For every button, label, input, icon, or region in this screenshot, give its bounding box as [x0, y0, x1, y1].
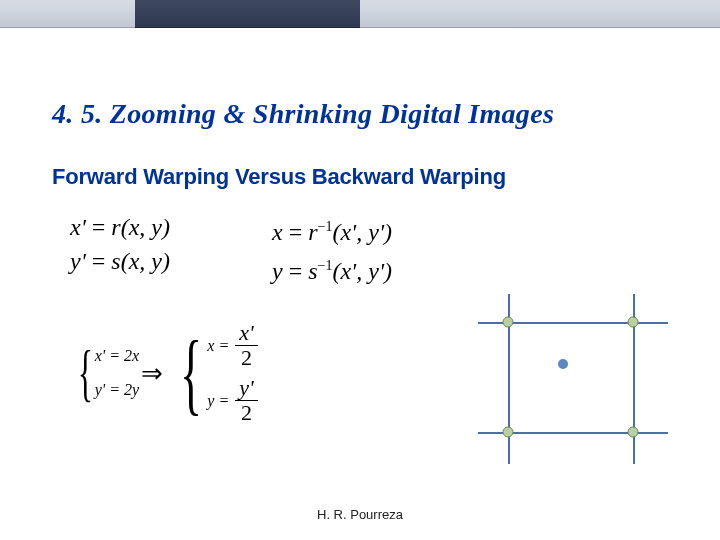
frac2-num: y': [239, 375, 253, 400]
slide-subtitle: Forward Warping Versus Backward Warping: [52, 164, 668, 190]
backward-warping-equations: x = r−1(x', y') y = s−1(x', y'): [272, 210, 542, 288]
slide-accent-strip: [135, 0, 360, 28]
frac2-den: 2: [237, 402, 256, 424]
example-backward-block: { x = x' 2 y = y' 2: [169, 318, 258, 428]
slide-title: 4. 5. Zooming & Shrinking Digital Images: [52, 98, 668, 130]
left-brace-icon: {: [180, 335, 202, 411]
backward-eq1-args: (x', y'): [332, 219, 392, 245]
formula-row-1: x' = r(x, y) y' = s(x, y) x = r−1(x', y'…: [52, 210, 668, 288]
formula-row-2: { x' = 2x y' = 2y ⇒ { x = x' 2 y =: [52, 318, 668, 428]
left-brace-icon: {: [78, 347, 93, 399]
example-backward-pair: x = x' 2 y = y' 2: [207, 318, 257, 428]
example-backward-eq1-lhs: x =: [207, 338, 229, 354]
slide-top-bar: [0, 0, 720, 28]
forward-eq2-rhs: s(x, y): [111, 248, 170, 274]
backward-eq-2: y = s−1(x', y'): [272, 249, 542, 288]
grid-node-icon: [503, 427, 514, 438]
forward-eq1-lhs: x': [70, 214, 86, 240]
grid-node-icon: [628, 427, 639, 438]
frac1-den: 2: [237, 347, 256, 369]
forward-eq-2: y' = s(x, y): [70, 244, 272, 278]
example-backward-eq2-lhs: y =: [207, 393, 229, 409]
equals-sign: =: [92, 248, 106, 274]
equals-sign: =: [289, 258, 303, 284]
implies-arrow-icon: ⇒: [141, 358, 163, 389]
example-forward-eq2: y' = 2y: [95, 381, 139, 398]
backward-eq1-lhs: x: [272, 219, 283, 245]
equals-sign: =: [92, 214, 106, 240]
forward-eq2-lhs: y': [70, 248, 86, 274]
example-backward-eq1: x = x' 2: [207, 322, 257, 369]
forward-eq1-rhs: r(x, y): [111, 214, 170, 240]
backward-eq2-fn: s: [308, 258, 317, 284]
equals-sign: =: [289, 219, 303, 245]
slide-content: 4. 5. Zooming & Shrinking Digital Images…: [0, 0, 720, 428]
backward-eq1-exp: −1: [318, 219, 333, 234]
backward-eq2-lhs: y: [272, 258, 283, 284]
slide-author: H. R. Pourreza: [0, 507, 720, 522]
backward-eq-1: x = r−1(x', y'): [272, 210, 542, 249]
backward-eq1-fn: r: [308, 219, 317, 245]
forward-warping-equations: x' = r(x, y) y' = s(x, y): [52, 210, 272, 278]
frac1-num: x': [239, 320, 253, 345]
fraction-1: x' 2: [235, 322, 257, 369]
example-forward-pair: x' = 2x y' = 2y: [95, 339, 139, 407]
example-forward-eq1: x' = 2x: [95, 347, 139, 364]
example-forward-block: { x' = 2x y' = 2y: [70, 339, 139, 407]
fraction-2: y' 2: [235, 377, 257, 424]
backward-eq2-exp: −1: [318, 258, 333, 273]
forward-eq-1: x' = r(x, y): [70, 210, 272, 244]
backward-eq2-args: (x', y'): [332, 258, 392, 284]
example-backward-eq2: y = y' 2: [207, 377, 257, 424]
